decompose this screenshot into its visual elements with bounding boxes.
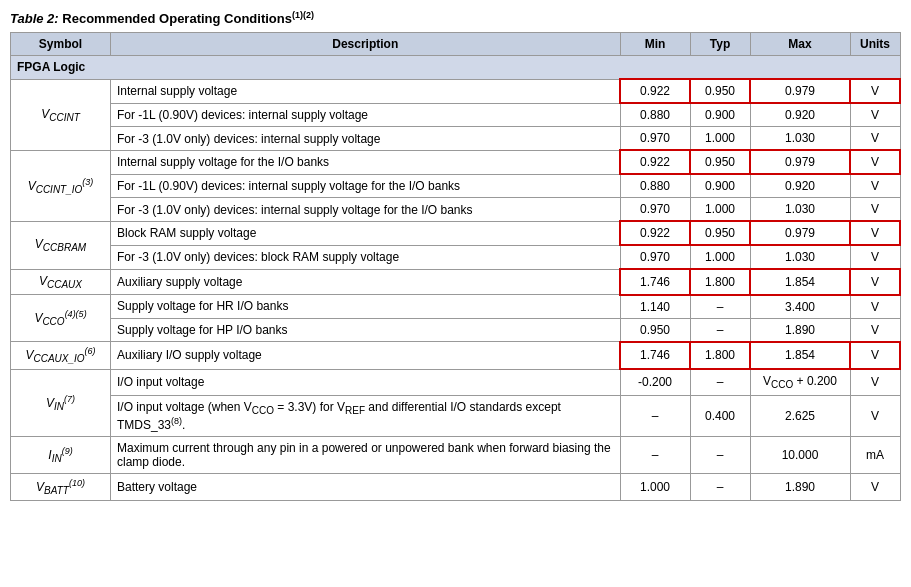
typ-cell: – bbox=[690, 473, 750, 500]
max-cell: 3.400 bbox=[750, 295, 850, 319]
typ-cell: 0.900 bbox=[690, 103, 750, 127]
units-cell: V bbox=[850, 245, 900, 269]
units-cell: V bbox=[850, 342, 900, 369]
symbol-cell: VCCINT bbox=[11, 79, 111, 150]
min-cell: -0.200 bbox=[620, 369, 690, 395]
min-cell: – bbox=[620, 395, 690, 436]
desc-cell: Auxiliary I/O supply voltage bbox=[111, 342, 621, 369]
symbol-cell: VCCAUX bbox=[11, 269, 111, 294]
table-heading-sup: (1)(2) bbox=[292, 10, 314, 20]
desc-cell: Battery voltage bbox=[111, 473, 621, 500]
units-cell: V bbox=[850, 318, 900, 342]
typ-cell: 0.950 bbox=[690, 221, 750, 245]
typ-cell: – bbox=[690, 318, 750, 342]
max-cell: 0.979 bbox=[750, 79, 850, 103]
desc-cell: Supply voltage for HR I/O banks bbox=[111, 295, 621, 319]
typ-cell: 0.950 bbox=[690, 150, 750, 174]
min-cell: 1.746 bbox=[620, 342, 690, 369]
col-header-symbol: Symbol bbox=[11, 33, 111, 56]
units-cell: V bbox=[850, 295, 900, 319]
max-cell: 1.890 bbox=[750, 318, 850, 342]
table-header-row: Symbol Description Min Typ Max Units bbox=[11, 33, 901, 56]
symbol-cell: IIN(9) bbox=[11, 436, 111, 473]
table-row: VBATT(10)Battery voltage1.000–1.890V bbox=[11, 473, 901, 500]
max-cell: 1.890 bbox=[750, 473, 850, 500]
max-cell: 0.979 bbox=[750, 221, 850, 245]
desc-cell: For -1L (0.90V) devices: internal supply… bbox=[111, 103, 621, 127]
units-cell: V bbox=[850, 369, 900, 395]
desc-cell: Internal supply voltage for the I/O bank… bbox=[111, 150, 621, 174]
desc-cell: For -3 (1.0V only) devices: internal sup… bbox=[111, 127, 621, 151]
table-label: Table 2: bbox=[10, 11, 59, 26]
table-row: For -1L (0.90V) devices: internal supply… bbox=[11, 174, 901, 198]
units-cell: V bbox=[850, 395, 900, 436]
typ-cell: – bbox=[690, 369, 750, 395]
min-cell: 0.880 bbox=[620, 174, 690, 198]
table-row: VCCINTInternal supply voltage0.9220.9500… bbox=[11, 79, 901, 103]
col-header-max: Max bbox=[750, 33, 850, 56]
units-cell: V bbox=[850, 150, 900, 174]
table-row: VCCO(4)(5)Supply voltage for HR I/O bank… bbox=[11, 295, 901, 319]
table-heading-text: Recommended Operating Conditions(1)(2) bbox=[62, 11, 314, 26]
table-row: VCCAUXAuxiliary supply voltage1.7461.800… bbox=[11, 269, 901, 294]
min-cell: 0.922 bbox=[620, 150, 690, 174]
table-row: I/O input voltage (when VCCO = 3.3V) for… bbox=[11, 395, 901, 436]
symbol-cell: VIN(7) bbox=[11, 369, 111, 436]
col-header-typ: Typ bbox=[690, 33, 750, 56]
table-title: Table 2: Recommended Operating Condition… bbox=[10, 10, 901, 26]
min-cell: 0.922 bbox=[620, 79, 690, 103]
desc-cell: I/O input voltage bbox=[111, 369, 621, 395]
max-cell: 1.030 bbox=[750, 127, 850, 151]
units-cell: mA bbox=[850, 436, 900, 473]
min-cell: 1.140 bbox=[620, 295, 690, 319]
min-cell: 0.970 bbox=[620, 127, 690, 151]
typ-cell: 1.000 bbox=[690, 245, 750, 269]
desc-cell: I/O input voltage (when VCCO = 3.3V) for… bbox=[111, 395, 621, 436]
min-cell: 0.880 bbox=[620, 103, 690, 127]
data-table: Symbol Description Min Typ Max Units FPG… bbox=[10, 32, 901, 501]
typ-cell: 1.800 bbox=[690, 342, 750, 369]
table-row: Supply voltage for HP I/O banks0.950–1.8… bbox=[11, 318, 901, 342]
col-header-units: Units bbox=[850, 33, 900, 56]
units-cell: V bbox=[850, 269, 900, 294]
desc-cell: Supply voltage for HP I/O banks bbox=[111, 318, 621, 342]
desc-cell: For -1L (0.90V) devices: internal supply… bbox=[111, 174, 621, 198]
table-row: For -1L (0.90V) devices: internal supply… bbox=[11, 103, 901, 127]
col-header-description: Description bbox=[111, 33, 621, 56]
max-cell: 0.920 bbox=[750, 174, 850, 198]
table-container: Table 2: Recommended Operating Condition… bbox=[10, 10, 901, 501]
units-cell: V bbox=[850, 174, 900, 198]
typ-cell: – bbox=[690, 295, 750, 319]
symbol-cell: VCCO(4)(5) bbox=[11, 295, 111, 342]
max-cell: 1.854 bbox=[750, 269, 850, 294]
units-cell: V bbox=[850, 127, 900, 151]
min-cell: 0.970 bbox=[620, 198, 690, 222]
max-cell: 2.625 bbox=[750, 395, 850, 436]
desc-cell: For -3 (1.0V only) devices: block RAM su… bbox=[111, 245, 621, 269]
min-cell: 0.922 bbox=[620, 221, 690, 245]
typ-cell: 0.900 bbox=[690, 174, 750, 198]
symbol-cell: VBATT(10) bbox=[11, 473, 111, 500]
symbol-cell: VCCBRAM bbox=[11, 221, 111, 269]
min-cell: 0.970 bbox=[620, 245, 690, 269]
max-cell: 1.854 bbox=[750, 342, 850, 369]
desc-cell: Internal supply voltage bbox=[111, 79, 621, 103]
desc-cell: For -3 (1.0V only) devices: internal sup… bbox=[111, 198, 621, 222]
symbol-cell: VCCINT_IO(3) bbox=[11, 150, 111, 221]
max-cell: 10.000 bbox=[750, 436, 850, 473]
max-cell: 0.979 bbox=[750, 150, 850, 174]
typ-cell: 1.000 bbox=[690, 198, 750, 222]
min-cell: – bbox=[620, 436, 690, 473]
min-cell: 1.746 bbox=[620, 269, 690, 294]
symbol-cell: VCCAUX_IO(6) bbox=[11, 342, 111, 369]
section-label: FPGA Logic bbox=[11, 56, 901, 80]
units-cell: V bbox=[850, 473, 900, 500]
typ-cell: 0.950 bbox=[690, 79, 750, 103]
units-cell: V bbox=[850, 221, 900, 245]
table-row: VCCBRAMBlock RAM supply voltage0.9220.95… bbox=[11, 221, 901, 245]
units-cell: V bbox=[850, 198, 900, 222]
min-cell: 0.950 bbox=[620, 318, 690, 342]
max-cell: 0.920 bbox=[750, 103, 850, 127]
table-row: VCCINT_IO(3)Internal supply voltage for … bbox=[11, 150, 901, 174]
table-row: For -3 (1.0V only) devices: internal sup… bbox=[11, 198, 901, 222]
